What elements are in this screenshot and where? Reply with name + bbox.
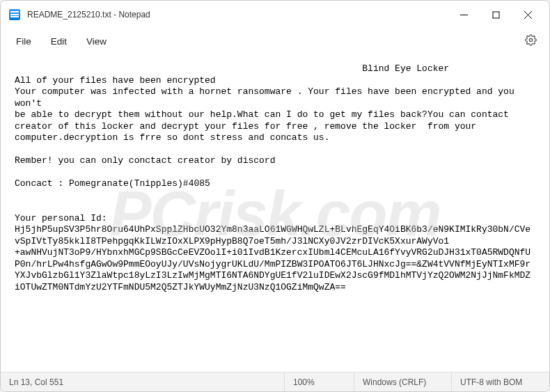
status-encoding: UTF-8 with BOM — [452, 373, 549, 391]
menu-file[interactable]: File — [6, 32, 41, 51]
close-icon — [524, 11, 532, 19]
menubar: File Edit View — [1, 29, 549, 55]
notepad-window: README_2125210.txt - Notepad File Edit V… — [0, 0, 550, 392]
content-area: PCrisk.com — [1, 55, 549, 372]
status-position: Ln 13, Col 551 — [1, 373, 285, 391]
titlebar[interactable]: README_2125210.txt - Notepad — [1, 1, 549, 29]
svg-point-4 — [529, 38, 532, 41]
window-controls — [448, 3, 544, 26]
gear-icon — [525, 34, 537, 46]
settings-button[interactable] — [518, 30, 544, 53]
minimize-button[interactable] — [448, 3, 480, 26]
status-zoom[interactable]: 100% — [285, 373, 354, 391]
menu-edit[interactable]: Edit — [41, 32, 77, 51]
close-button[interactable] — [512, 3, 544, 26]
menu-view[interactable]: View — [77, 32, 116, 51]
text-editor[interactable] — [3, 58, 547, 372]
minimize-icon — [460, 11, 468, 19]
status-line-ending: Windows (CRLF) — [354, 373, 452, 391]
statusbar: Ln 13, Col 551 100% Windows (CRLF) UTF-8… — [1, 372, 549, 391]
window-title: README_2125210.txt - Notepad — [27, 10, 448, 19]
maximize-icon — [492, 11, 500, 19]
notepad-icon — [9, 9, 20, 20]
svg-rect-1 — [493, 12, 499, 18]
maximize-button[interactable] — [480, 3, 512, 26]
